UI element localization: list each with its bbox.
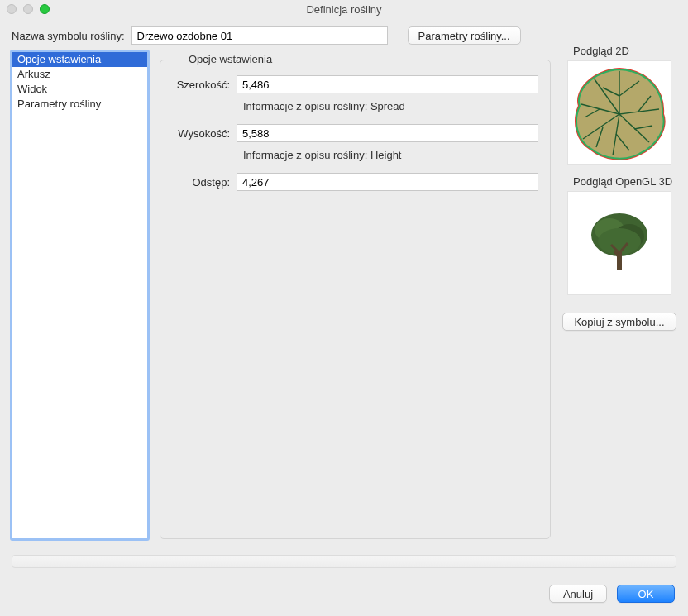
status-strip: [12, 555, 676, 568]
preview-column: Podgląd 2D: [562, 51, 676, 543]
sidebar-item-plant-params[interactable]: Parametry rośliny: [12, 97, 147, 112]
window-controls: [7, 4, 50, 14]
window-title: Definicja rośliny: [0, 3, 688, 16]
sidebar-item-sheet[interactable]: Arkusz: [12, 67, 147, 82]
tree-top-icon: [570, 63, 669, 162]
insert-options-group: Opcje wstawienia Szerokość: Informacje z…: [160, 60, 551, 539]
sidebar-item-view[interactable]: Widok: [12, 82, 147, 97]
zoom-icon[interactable]: [40, 4, 50, 14]
width-label: Szerokość:: [172, 79, 236, 91]
width-input[interactable]: [236, 75, 538, 93]
dialog-footer: Anuluj OK: [0, 568, 688, 603]
spacing-input[interactable]: [236, 173, 538, 191]
spacing-label: Odstęp:: [172, 176, 236, 189]
preview-3d-image: [567, 191, 671, 295]
sidebar-item-insert-options[interactable]: Opcje wstawienia: [12, 52, 147, 67]
preview-2d-title: Podgląd 2D: [570, 45, 633, 57]
height-input[interactable]: [236, 124, 538, 142]
tree-3d-icon: [570, 193, 669, 293]
plant-params-button[interactable]: Parametry rośliny...: [408, 26, 521, 45]
close-icon[interactable]: [7, 4, 17, 14]
titlebar: Definicja rośliny: [0, 0, 688, 18]
svg-point-3: [598, 228, 641, 255]
symbol-name-input[interactable]: [131, 26, 388, 45]
preview-3d-group: Podgląd OpenGL 3D: [562, 182, 676, 299]
preview-2d-image: [567, 60, 671, 165]
minimize-icon[interactable]: [23, 4, 33, 14]
width-info: Informacje z opisu rośliny: Spread: [243, 100, 538, 112]
copy-from-symbol-button[interactable]: Kopiuj z symbolu...: [562, 313, 676, 331]
height-info: Informacje z opisu rośliny: Height: [243, 149, 538, 161]
group-title: Opcje wstawienia: [184, 53, 277, 65]
cancel-button[interactable]: Anuluj: [549, 585, 607, 603]
center-panel: Opcje wstawienia Szerokość: Informacje z…: [160, 51, 551, 539]
height-label: Wysokość:: [172, 127, 236, 140]
category-sidebar[interactable]: Opcje wstawienia Arkusz Widok Parametry …: [12, 51, 148, 539]
symbol-name-label: Nazwa symbolu rośliny:: [12, 30, 125, 42]
preview-2d-group: Podgląd 2D: [562, 51, 676, 169]
preview-3d-title: Podgląd OpenGL 3D: [570, 175, 676, 188]
ok-button[interactable]: OK: [617, 585, 675, 603]
